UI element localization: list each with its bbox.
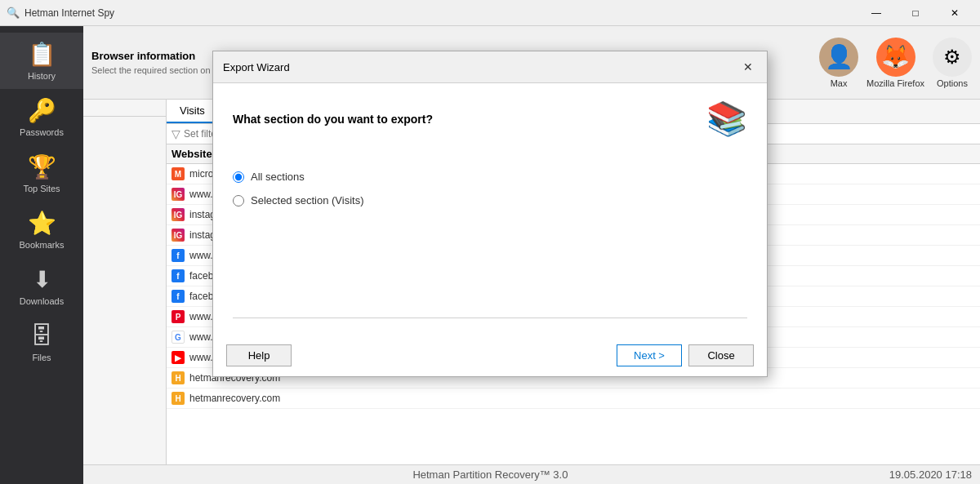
dialog-close-x-button[interactable]: ✕ [739, 58, 757, 76]
app-title: Hetman Internet Spy [24, 7, 858, 19]
dialog-footer: Help Next > Close [213, 335, 767, 376]
modal-overlay: Export Wizard ✕ What section do you want… [0, 26, 980, 464]
status-bar: Hetman Partition Recovery™ 3.0 19.05.202… [83, 464, 980, 484]
status-right: 19.05.2020 17:18 [889, 468, 972, 481]
export-wizard-dialog: Export Wizard ✕ What section do you want… [212, 51, 768, 377]
status-center: Hetman Partition Recovery™ 3.0 [108, 468, 873, 481]
window-controls: — □ ✕ [858, 0, 973, 26]
radio-all-input[interactable] [233, 171, 244, 183]
minimize-button[interactable]: — [858, 0, 895, 26]
dialog-question: What section do you want to export? [233, 113, 433, 126]
radio-all-label: All sections [251, 171, 305, 183]
close-button-dialog[interactable]: Close [688, 344, 754, 366]
dialog-separator [233, 317, 747, 318]
dialog-question-row: What section do you want to export? 📚 [233, 100, 747, 138]
radio-selected-label: Selected section (Visits) [251, 194, 364, 206]
title-bar: 🔍 Hetman Internet Spy — □ ✕ [0, 0, 980, 26]
help-button[interactable]: Help [226, 344, 292, 366]
dialog-title: Export Wizard [223, 61, 290, 73]
close-button[interactable]: ✕ [936, 0, 973, 26]
dialog-body: What section do you want to export? 📚 Al… [213, 83, 767, 335]
radio-all-sections[interactable]: All sections [233, 171, 747, 183]
next-button[interactable]: Next > [617, 344, 682, 366]
radio-selected-section[interactable]: Selected section (Visits) [233, 194, 747, 206]
dialog-titlebar: Export Wizard ✕ [213, 51, 767, 83]
maximize-button[interactable]: □ [897, 0, 934, 26]
app-icon: 🔍 [7, 7, 20, 20]
radio-group: All sections Selected section (Visits) [233, 171, 747, 206]
radio-selected-input[interactable] [233, 195, 244, 206]
dialog-books-icon: 📚 [706, 100, 747, 138]
